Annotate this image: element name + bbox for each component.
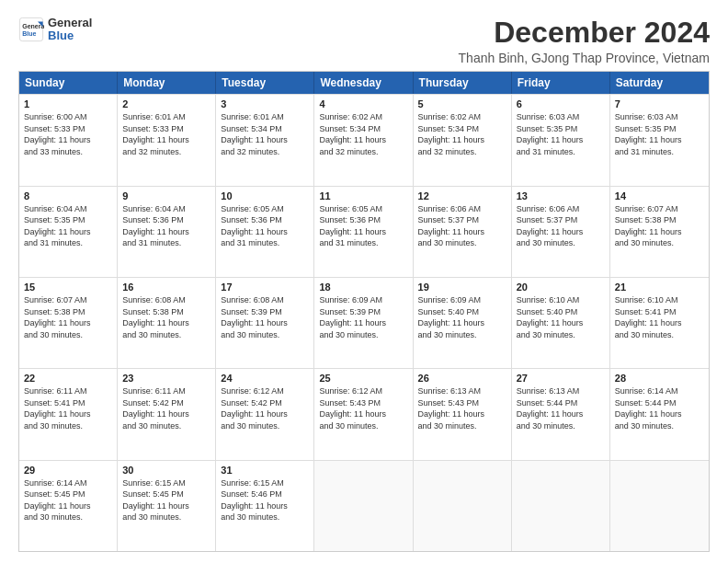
calendar-day-30: 30Sunrise: 6:15 AMSunset: 5:45 PMDayligh… — [118, 461, 216, 551]
calendar-day-empty — [512, 461, 610, 551]
calendar-day-14: 14Sunrise: 6:07 AMSunset: 5:38 PMDayligh… — [610, 187, 709, 277]
day-info: Sunrise: 6:02 AMSunset: 5:34 PMDaylight:… — [319, 111, 407, 157]
calendar-day-13: 13Sunrise: 6:06 AMSunset: 5:37 PMDayligh… — [512, 187, 610, 277]
day-info: Sunrise: 6:07 AMSunset: 5:38 PMDaylight:… — [615, 203, 704, 249]
day-number: 14 — [615, 190, 704, 201]
day-number: 30 — [122, 465, 210, 476]
main-title: December 2024 — [459, 17, 710, 49]
calendar-day-31: 31Sunrise: 6:15 AMSunset: 5:46 PMDayligh… — [216, 461, 314, 551]
day-number: 9 — [122, 190, 210, 201]
header-monday: Monday — [118, 72, 216, 94]
day-info: Sunrise: 6:10 AMSunset: 5:41 PMDaylight:… — [615, 294, 704, 340]
day-info: Sunrise: 6:08 AMSunset: 5:38 PMDaylight:… — [122, 294, 210, 340]
day-info: Sunrise: 6:13 AMSunset: 5:43 PMDaylight:… — [418, 385, 506, 431]
calendar-day-24: 24Sunrise: 6:12 AMSunset: 5:42 PMDayligh… — [216, 369, 314, 459]
day-number: 28 — [615, 373, 704, 384]
day-info: Sunrise: 6:00 AMSunset: 5:33 PMDaylight:… — [24, 111, 112, 157]
day-number: 24 — [221, 373, 309, 384]
day-info: Sunrise: 6:03 AMSunset: 5:35 PMDaylight:… — [517, 111, 605, 157]
day-number: 2 — [122, 98, 210, 109]
calendar-day-7: 7Sunrise: 6:03 AMSunset: 5:35 PMDaylight… — [610, 95, 709, 185]
logo-line2: Blue — [48, 29, 92, 42]
calendar-day-22: 22Sunrise: 6:11 AMSunset: 5:41 PMDayligh… — [19, 369, 118, 459]
calendar-day-29: 29Sunrise: 6:14 AMSunset: 5:45 PMDayligh… — [19, 461, 118, 551]
day-info: Sunrise: 6:15 AMSunset: 5:45 PMDaylight:… — [122, 477, 210, 523]
day-info: Sunrise: 6:03 AMSunset: 5:35 PMDaylight:… — [615, 111, 704, 157]
day-info: Sunrise: 6:01 AMSunset: 5:33 PMDaylight:… — [122, 111, 210, 157]
subtitle: Thanh Binh, GJong Thap Province, Vietnam — [459, 51, 710, 65]
calendar-day-16: 16Sunrise: 6:08 AMSunset: 5:38 PMDayligh… — [118, 278, 216, 368]
svg-text:Blue: Blue — [22, 30, 36, 37]
calendar-day-1: 1Sunrise: 6:00 AMSunset: 5:33 PMDaylight… — [19, 95, 118, 185]
calendar-row-5: 29Sunrise: 6:14 AMSunset: 5:45 PMDayligh… — [19, 460, 709, 551]
header-sunday: Sunday — [19, 72, 118, 94]
header-tuesday: Tuesday — [216, 72, 314, 94]
day-info: Sunrise: 6:12 AMSunset: 5:43 PMDaylight:… — [319, 385, 407, 431]
day-info: Sunrise: 6:13 AMSunset: 5:44 PMDaylight:… — [517, 385, 605, 431]
day-number: 4 — [319, 98, 407, 109]
calendar-day-4: 4Sunrise: 6:02 AMSunset: 5:34 PMDaylight… — [314, 95, 413, 185]
calendar-day-19: 19Sunrise: 6:09 AMSunset: 5:40 PMDayligh… — [414, 278, 512, 368]
day-info: Sunrise: 6:05 AMSunset: 5:36 PMDaylight:… — [221, 203, 309, 249]
calendar-day-9: 9Sunrise: 6:04 AMSunset: 5:36 PMDaylight… — [118, 187, 216, 277]
day-number: 29 — [24, 465, 112, 476]
day-number: 8 — [24, 190, 112, 201]
day-number: 19 — [418, 282, 506, 293]
title-block: December 2024 Thanh Binh, GJong Thap Pro… — [459, 17, 710, 65]
calendar-row-4: 22Sunrise: 6:11 AMSunset: 5:41 PMDayligh… — [19, 368, 709, 459]
day-info: Sunrise: 6:02 AMSunset: 5:34 PMDaylight:… — [418, 111, 506, 157]
calendar-day-11: 11Sunrise: 6:05 AMSunset: 5:36 PMDayligh… — [314, 187, 413, 277]
calendar-day-empty — [610, 461, 709, 551]
calendar-day-26: 26Sunrise: 6:13 AMSunset: 5:43 PMDayligh… — [414, 369, 512, 459]
calendar-day-21: 21Sunrise: 6:10 AMSunset: 5:41 PMDayligh… — [610, 278, 709, 368]
calendar-day-8: 8Sunrise: 6:04 AMSunset: 5:35 PMDaylight… — [19, 187, 118, 277]
calendar: SundayMondayTuesdayWednesdayThursdayFrid… — [18, 71, 710, 552]
calendar-day-28: 28Sunrise: 6:14 AMSunset: 5:44 PMDayligh… — [610, 369, 709, 459]
calendar-page: General Blue General Blue December 2024 … — [0, 0, 728, 563]
calendar-day-2: 2Sunrise: 6:01 AMSunset: 5:33 PMDaylight… — [118, 95, 216, 185]
calendar-header: SundayMondayTuesdayWednesdayThursdayFrid… — [19, 72, 709, 94]
day-number: 23 — [122, 373, 210, 384]
day-number: 5 — [418, 98, 506, 109]
calendar-day-3: 3Sunrise: 6:01 AMSunset: 5:34 PMDaylight… — [216, 95, 314, 185]
logo-line1: General — [48, 17, 92, 29]
day-number: 25 — [319, 373, 407, 384]
day-number: 15 — [24, 282, 112, 293]
calendar-day-5: 5Sunrise: 6:02 AMSunset: 5:34 PMDaylight… — [414, 95, 512, 185]
calendar-day-20: 20Sunrise: 6:10 AMSunset: 5:40 PMDayligh… — [512, 278, 610, 368]
day-info: Sunrise: 6:09 AMSunset: 5:40 PMDaylight:… — [418, 294, 506, 340]
day-number: 7 — [615, 98, 704, 109]
day-number: 3 — [221, 98, 309, 109]
day-number: 31 — [221, 465, 309, 476]
day-info: Sunrise: 6:06 AMSunset: 5:37 PMDaylight:… — [418, 203, 506, 249]
day-number: 12 — [418, 190, 506, 201]
day-number: 1 — [24, 98, 112, 109]
day-info: Sunrise: 6:07 AMSunset: 5:38 PMDaylight:… — [24, 294, 112, 340]
day-info: Sunrise: 6:08 AMSunset: 5:39 PMDaylight:… — [221, 294, 309, 340]
day-number: 10 — [221, 190, 309, 201]
header-wednesday: Wednesday — [314, 72, 413, 94]
header-thursday: Thursday — [414, 72, 512, 94]
day-number: 16 — [122, 282, 210, 293]
calendar-day-15: 15Sunrise: 6:07 AMSunset: 5:38 PMDayligh… — [19, 278, 118, 368]
calendar-day-25: 25Sunrise: 6:12 AMSunset: 5:43 PMDayligh… — [314, 369, 413, 459]
calendar-day-18: 18Sunrise: 6:09 AMSunset: 5:39 PMDayligh… — [314, 278, 413, 368]
calendar-row-2: 8Sunrise: 6:04 AMSunset: 5:35 PMDaylight… — [19, 186, 709, 277]
day-info: Sunrise: 6:06 AMSunset: 5:37 PMDaylight:… — [517, 203, 605, 249]
calendar-row-1: 1Sunrise: 6:00 AMSunset: 5:33 PMDaylight… — [19, 94, 709, 185]
day-number: 21 — [615, 282, 704, 293]
day-number: 6 — [517, 98, 605, 109]
calendar-day-empty — [314, 461, 413, 551]
calendar-day-10: 10Sunrise: 6:05 AMSunset: 5:36 PMDayligh… — [216, 187, 314, 277]
calendar-day-27: 27Sunrise: 6:13 AMSunset: 5:44 PMDayligh… — [512, 369, 610, 459]
day-info: Sunrise: 6:10 AMSunset: 5:40 PMDaylight:… — [517, 294, 605, 340]
day-number: 20 — [517, 282, 605, 293]
logo-text: General Blue — [48, 17, 92, 43]
day-info: Sunrise: 6:11 AMSunset: 5:41 PMDaylight:… — [24, 385, 112, 431]
calendar-body: 1Sunrise: 6:00 AMSunset: 5:33 PMDaylight… — [19, 94, 709, 551]
day-info: Sunrise: 6:05 AMSunset: 5:36 PMDaylight:… — [319, 203, 407, 249]
day-info: Sunrise: 6:14 AMSunset: 5:45 PMDaylight:… — [24, 477, 112, 523]
day-number: 18 — [319, 282, 407, 293]
header-saturday: Saturday — [610, 72, 709, 94]
logo: General Blue General Blue — [18, 17, 92, 43]
